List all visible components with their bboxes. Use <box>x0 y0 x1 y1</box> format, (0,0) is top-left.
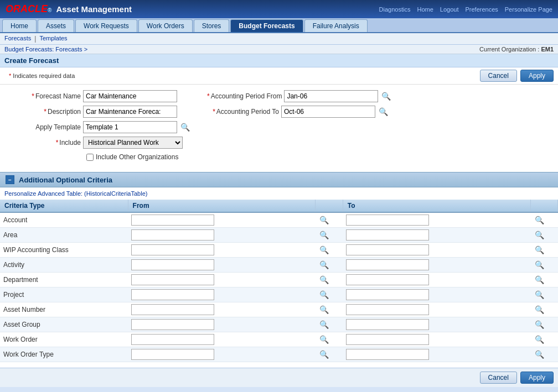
org-info: Current Organization : EM1 <box>479 46 554 53</box>
project-from-input[interactable] <box>131 289 214 300</box>
logout-link[interactable]: Logout <box>440 6 459 13</box>
forecast-name-row: *Forecast Name <box>9 90 190 102</box>
description-row: *Description <box>9 106 190 118</box>
form-area: *Forecast Name *Description Apply Templa… <box>0 85 558 166</box>
criteria-table-section: Personalize Advanced Table: (HistoricalC… <box>0 187 558 362</box>
wip-from-search[interactable]: 🔍 <box>319 244 330 255</box>
apply-button-top[interactable]: Apply <box>520 70 554 82</box>
department-from-input[interactable] <box>131 274 214 285</box>
table-row: Department 🔍 🔍 <box>0 273 558 288</box>
sub-nav-forecasts[interactable]: Forecasts <box>4 35 31 43</box>
tab-home[interactable]: Home <box>2 19 37 32</box>
accounting-period-from-label: *Accounting Period From <box>207 92 282 100</box>
activity-from-input[interactable] <box>131 259 214 270</box>
accounting-period-to-label: *Accounting Period To <box>207 108 279 116</box>
top-navigation: Diagnostics Home Logout Preferences Pers… <box>379 6 552 13</box>
accounting-period-from-search-button[interactable]: 🔍 <box>380 91 391 102</box>
apply-button-bottom[interactable]: Apply <box>520 372 554 384</box>
col-header-from-search <box>316 200 343 212</box>
asset-group-to-input[interactable] <box>346 319 429 330</box>
forecast-name-label: *Forecast Name <box>9 92 81 100</box>
col-header-criteria-type: Criteria Type <box>0 200 128 212</box>
work-order-type-from-search[interactable]: 🔍 <box>319 349 330 360</box>
account-from-search[interactable]: 🔍 <box>319 215 330 226</box>
personalize-table-link[interactable]: Personalize Advanced Table: (HistoricalC… <box>4 190 147 197</box>
account-to-search[interactable]: 🔍 <box>534 215 545 226</box>
work-order-type-to-input[interactable] <box>346 349 429 360</box>
work-order-to-search[interactable]: 🔍 <box>534 334 545 345</box>
criteria-type-account: Account <box>0 212 128 228</box>
project-to-search[interactable]: 🔍 <box>534 289 545 300</box>
cancel-button-top[interactable]: Cancel <box>480 70 517 82</box>
asset-group-to-search[interactable]: 🔍 <box>534 319 545 330</box>
account-from-input[interactable] <box>131 215 214 226</box>
work-order-from-search[interactable]: 🔍 <box>319 334 330 345</box>
area-to-search[interactable]: 🔍 <box>534 229 545 241</box>
forecast-name-input[interactable] <box>83 90 177 102</box>
work-order-from-input[interactable] <box>131 334 214 345</box>
criteria-type-asset-number: Asset Number <box>0 302 128 317</box>
wip-from-input[interactable] <box>131 244 214 255</box>
department-from-search[interactable]: 🔍 <box>319 274 330 285</box>
include-other-orgs-checkbox[interactable] <box>86 154 94 161</box>
criteria-type-project: Project <box>0 288 128 302</box>
tab-work-orders[interactable]: Work Orders <box>138 19 193 32</box>
cancel-button-bottom[interactable]: Cancel <box>480 372 517 384</box>
preferences-link[interactable]: Preferences <box>465 6 498 13</box>
form-right-column: *Accounting Period From 🔍 *Accounting Pe… <box>207 90 391 161</box>
work-order-type-from-input[interactable] <box>131 349 214 360</box>
accounting-period-from-row: *Accounting Period From 🔍 <box>207 90 391 102</box>
area-to-input[interactable] <box>346 229 429 241</box>
logo-area: ORACLE® Asset Management <box>6 3 132 15</box>
breadcrumb-link[interactable]: Budget Forecasts: Forecasts > <box>4 46 87 53</box>
accounting-period-to-search-button[interactable]: 🔍 <box>378 106 389 117</box>
activity-to-search[interactable]: 🔍 <box>534 259 545 270</box>
department-to-search[interactable]: 🔍 <box>534 274 545 285</box>
main-content: Create Forecast Indicates required data … <box>0 54 558 387</box>
additional-criteria-section-header: − Additional Optional Criteria <box>0 172 558 187</box>
asset-number-to-input[interactable] <box>346 304 429 315</box>
to-search-cell-account: 🔍 <box>530 212 557 228</box>
wip-to-search[interactable]: 🔍 <box>534 244 545 255</box>
include-select[interactable]: Historical Planned Work All Work Planned… <box>83 137 183 149</box>
account-to-input[interactable] <box>346 215 429 226</box>
criteria-type-activity: Activity <box>0 258 128 273</box>
work-order-type-to-search[interactable]: 🔍 <box>534 349 545 360</box>
accounting-period-to-input[interactable] <box>281 106 375 118</box>
table-row: Work Order Type 🔍 🔍 <box>0 347 558 362</box>
tab-work-requests[interactable]: Work Requests <box>75 19 137 32</box>
diagnostics-link[interactable]: Diagnostics <box>379 6 411 13</box>
tab-failure-analysis[interactable]: Failure Analysis <box>304 19 368 32</box>
sub-nav-templates[interactable]: Templates <box>39 35 67 43</box>
asset-number-to-search[interactable]: 🔍 <box>534 304 545 315</box>
work-order-to-input[interactable] <box>346 334 429 345</box>
accounting-period-from-input[interactable] <box>284 90 378 102</box>
project-to-input[interactable] <box>346 289 429 300</box>
asset-number-from-search[interactable]: 🔍 <box>319 304 330 315</box>
department-to-input[interactable] <box>346 274 429 285</box>
search-icon-from: 🔍 <box>381 92 391 101</box>
description-input[interactable] <box>83 106 177 118</box>
area-from-input[interactable] <box>131 229 214 241</box>
form-left-column: *Forecast Name *Description Apply Templa… <box>9 90 190 161</box>
required-note: Indicates required data <box>4 70 79 81</box>
col-header-from: From <box>128 200 316 212</box>
tab-stores[interactable]: Stores <box>194 19 230 32</box>
home-link[interactable]: Home <box>417 6 433 13</box>
asset-group-from-search[interactable]: 🔍 <box>319 319 330 330</box>
tab-assets[interactable]: Assets <box>38 19 74 32</box>
activity-from-search[interactable]: 🔍 <box>319 259 330 270</box>
personalize-page-link[interactable]: Personalize Page <box>505 6 552 13</box>
tab-budget-forecasts[interactable]: Budget Forecasts <box>230 19 303 32</box>
include-label: *Include <box>9 139 81 147</box>
project-from-search[interactable]: 🔍 <box>319 289 330 300</box>
asset-group-from-input[interactable] <box>131 319 214 330</box>
apply-template-search-button[interactable]: 🔍 <box>179 122 190 133</box>
org-label: Current Organization : <box>479 46 539 53</box>
collapse-toggle-button[interactable]: − <box>6 175 14 184</box>
apply-template-input[interactable] <box>83 121 177 133</box>
asset-number-from-input[interactable] <box>131 304 214 315</box>
area-from-search[interactable]: 🔍 <box>319 229 330 241</box>
wip-to-input[interactable] <box>346 244 429 255</box>
activity-to-input[interactable] <box>346 259 429 270</box>
